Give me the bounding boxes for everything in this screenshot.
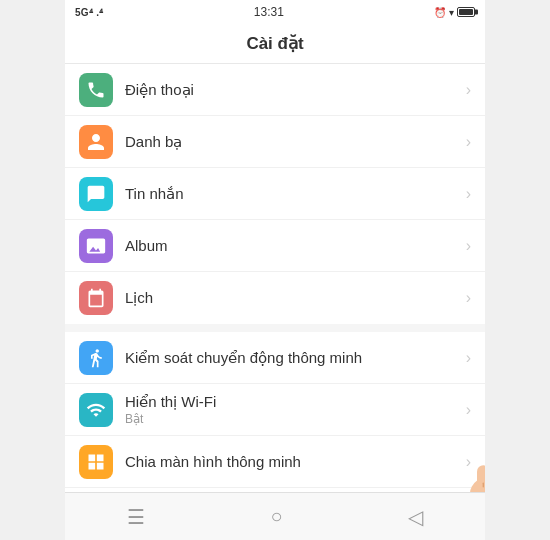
menu-nav-icon[interactable]: ☰ (127, 505, 145, 529)
setting-item-tin-nhan[interactable]: Tin nhắn › (65, 168, 485, 220)
kiem-soat-content: Kiểm soát chuyển động thông minh (125, 349, 460, 367)
calendar-icon (86, 288, 106, 308)
danh-ba-content: Danh bạ (125, 133, 460, 151)
setting-item-lich[interactable]: Lịch › (65, 272, 485, 324)
svg-rect-2 (477, 465, 485, 492)
chevron-icon: › (466, 349, 471, 367)
message-icon-wrap (79, 177, 113, 211)
chevron-icon: › (466, 81, 471, 99)
wifi-signal-icon: ▾ (449, 7, 454, 18)
hien-thi-wifi-sublabel: Bật (125, 412, 460, 426)
setting-item-chia-man-hinh[interactable]: Chia màn hình thông minh › (65, 436, 485, 488)
setting-item-hien-thi-wifi[interactable]: Hiển thị Wi-Fi Bật › (65, 384, 485, 436)
back-nav-icon[interactable]: ◁ (408, 505, 423, 529)
danh-ba-label: Danh bạ (125, 133, 460, 151)
status-bar: 5G⁴ .⁴ 13:31 ⏰ ▾ (65, 0, 485, 24)
setting-item-danh-ba[interactable]: Danh bạ › (65, 116, 485, 168)
phone-icon-wrap (79, 73, 113, 107)
dien-thoai-label: Điện thoại (125, 81, 460, 99)
calendar-icon-wrap (79, 281, 113, 315)
setting-item-che-do-mot-tay[interactable]: Chế độ dùng một tay › (65, 488, 485, 492)
album-icon (86, 236, 106, 256)
section-apps: Điện thoại › Danh bạ › Tin nhắn (65, 64, 485, 324)
pointing-hand-icon (450, 458, 485, 492)
phone-icon (86, 80, 106, 100)
chevron-icon: › (466, 289, 471, 307)
split-icon-wrap (79, 445, 113, 479)
chevron-icon: › (466, 133, 471, 151)
chevron-icon: › (466, 237, 471, 255)
chevron-icon: › (466, 185, 471, 203)
phone-frame: 5G⁴ .⁴ 13:31 ⏰ ▾ Cài đặt Điện thoại › (65, 0, 485, 540)
wifi-display-icon (86, 400, 106, 420)
page-title: Cài đặt (246, 33, 303, 54)
motion-icon (86, 348, 106, 368)
finger-pointer (450, 458, 485, 492)
contacts-icon-wrap (79, 125, 113, 159)
status-right: ⏰ ▾ (434, 7, 475, 18)
dien-thoai-content: Điện thoại (125, 81, 460, 99)
setting-item-kiem-soat[interactable]: Kiểm soát chuyển động thông minh › (65, 332, 485, 384)
setting-item-dien-thoai[interactable]: Điện thoại › (65, 64, 485, 116)
album-content: Album (125, 237, 460, 254)
section-smart: Kiểm soát chuyển động thông minh › Hiển … (65, 332, 485, 492)
wifi-icon-wrap (79, 393, 113, 427)
alarm-icon: ⏰ (434, 7, 446, 18)
chia-man-hinh-content: Chia màn hình thông minh (125, 453, 460, 470)
album-icon-wrap (79, 229, 113, 263)
message-icon (86, 184, 106, 204)
settings-list[interactable]: Điện thoại › Danh bạ › Tin nhắn (65, 64, 485, 492)
status-time: 13:31 (254, 5, 284, 19)
bottom-nav: ☰ ○ ◁ (65, 492, 485, 540)
chia-man-hinh-label: Chia màn hình thông minh (125, 453, 460, 470)
chevron-icon: › (466, 401, 471, 419)
tin-nhan-content: Tin nhắn (125, 185, 460, 203)
album-label: Album (125, 237, 460, 254)
battery-icon (457, 7, 475, 17)
hien-thi-wifi-label: Hiển thị Wi-Fi (125, 393, 460, 411)
lich-label: Lịch (125, 289, 460, 307)
split-icon (86, 452, 106, 472)
status-left: 5G⁴ .⁴ (75, 7, 104, 18)
page-header: Cài đặt (65, 24, 485, 64)
home-nav-icon[interactable]: ○ (270, 505, 282, 528)
setting-item-album[interactable]: Album › (65, 220, 485, 272)
hien-thi-wifi-content: Hiển thị Wi-Fi Bật (125, 393, 460, 426)
kiem-soat-label: Kiểm soát chuyển động thông minh (125, 349, 460, 367)
contacts-icon (86, 132, 106, 152)
motion-icon-wrap (79, 341, 113, 375)
tin-nhan-label: Tin nhắn (125, 185, 460, 203)
lich-content: Lịch (125, 289, 460, 307)
